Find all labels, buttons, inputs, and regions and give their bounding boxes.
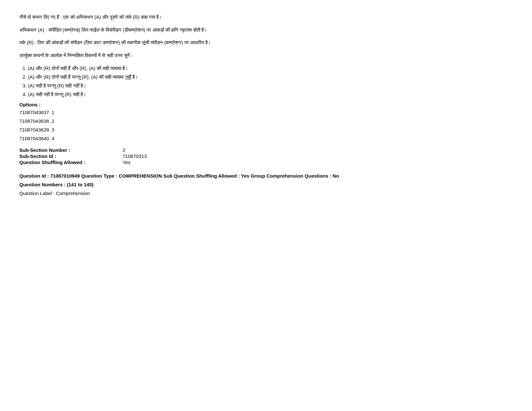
- sub-section-id-label: Sub-Section Id :: [19, 153, 123, 159]
- question-label-line: Question Label : Comprehension: [19, 189, 513, 198]
- choice-1: 1. (A) और (R) दोनों सही हैं और (R), (A) …: [23, 64, 513, 73]
- choices-list: 1. (A) और (R) दोनों सही हैं और (R), (A) …: [23, 64, 513, 99]
- paragraph-3: तर्क (R) : ज़िप की आंकड़ों की संपीडन (ज़…: [19, 38, 513, 47]
- option-4: 71087043640. 4: [19, 134, 513, 143]
- option-1: 71087043637. 1: [19, 108, 513, 117]
- choice-3: 3. (A) सही है परन्तु (R) सही नहीं है।: [23, 81, 513, 90]
- options-header: Options :: [19, 102, 513, 107]
- question-info-line1: Question Id : 71087010949 Question Type …: [19, 171, 513, 180]
- option-3: 71087043639. 3: [19, 125, 513, 134]
- sub-section-number-label: Sub-Section Number :: [19, 147, 123, 153]
- sub-section-id-row: Sub-Section Id : 710870313: [19, 153, 513, 159]
- paragraph-2: अभिकथन (A) : संपीडित (कम्प्रेस्ड) ज़िप फ…: [19, 26, 513, 34]
- options-list: 71087043637. 1 71087043638. 2 7108704363…: [19, 108, 513, 143]
- sub-section-number-row: Sub-Section Number : 2: [19, 147, 513, 153]
- meta-section: Sub-Section Number : 2 Sub-Section Id : …: [19, 147, 513, 165]
- question-info-block: Question Id : 71087010949 Question Type …: [19, 171, 513, 198]
- question-shuffling-label: Question Shuffling Allowed :: [19, 160, 123, 165]
- option-2: 71087043638. 2: [19, 117, 513, 125]
- paragraph-1: नीचे दो कथन दिए गए हैं : एक को अभिकथन (A…: [19, 13, 513, 21]
- paragraph-4: उपर्युक्त कथनों के आलोक में निम्नांकित व…: [19, 51, 513, 60]
- choice-4: 4. (A) सही नहीं है परन्तु (R) सही है।: [23, 90, 513, 99]
- question-info-line2: Question Numbers : (141 to 145): [19, 180, 513, 189]
- main-content: नीचे दो कथन दिए गए हैं : एक को अभिकथन (A…: [19, 13, 513, 198]
- choice-2: 2. (A) और (R) दोनों सही हैं परन्तु (R), …: [23, 73, 513, 81]
- sub-section-number-value: 2: [123, 147, 125, 153]
- question-label-prefix: Question Label :: [19, 191, 56, 196]
- sub-section-id-value: 710870313: [123, 153, 147, 159]
- question-label-value: Comprehension: [56, 191, 90, 196]
- question-shuffling-row: Question Shuffling Allowed : Yes: [19, 160, 513, 165]
- question-shuffling-value: Yes: [123, 160, 130, 165]
